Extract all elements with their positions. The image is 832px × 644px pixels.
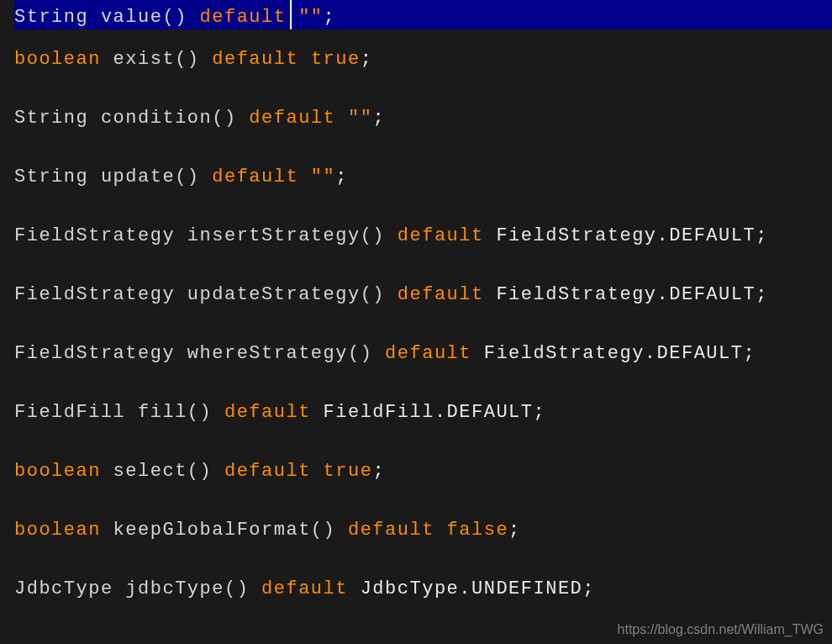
code-line[interactable]: boolean exist() default true; (14, 29, 832, 88)
code-token: true (311, 49, 361, 70)
code-token: ; (361, 49, 373, 70)
code-token: ; (372, 461, 385, 482)
code-token: default (398, 225, 497, 246)
code-line[interactable]: String update() default ""; (14, 147, 832, 206)
code-editor[interactable]: String value() default "";boolean exist(… (0, 0, 832, 644)
code-token: FieldStrategy.DEFAULT; (496, 284, 767, 305)
code-token: default (385, 343, 484, 364)
code-token: boolean (14, 520, 101, 541)
code-token: String condition() (14, 108, 249, 129)
code-token: boolean (14, 49, 101, 70)
code-token: default (249, 108, 348, 129)
code-token: default (261, 578, 361, 599)
code-token: FieldStrategy.DEFAULT; (484, 343, 756, 364)
code-token: false (447, 520, 509, 541)
code-token: keepGlobalFormat() (101, 520, 348, 541)
code-line[interactable]: FieldFill fill() default FieldFill.DEFAU… (14, 383, 832, 441)
code-token: "" (348, 108, 372, 129)
code-token: default (200, 7, 299, 28)
code-token: "" (311, 166, 335, 187)
code-token: FieldStrategy whereStrategy() (14, 343, 385, 364)
code-token: String update() (14, 166, 212, 187)
code-token: boolean (14, 461, 101, 482)
code-token: default (212, 49, 311, 70)
code-line[interactable]: FieldStrategy insertStrategy() default F… (14, 206, 832, 265)
code-token: true (324, 461, 373, 482)
code-token: default (398, 284, 497, 305)
code-token: ; (335, 166, 348, 187)
code-token: exist() (101, 49, 212, 70)
code-token: ; (324, 7, 336, 28)
code-line[interactable]: String value() default ""; (14, 0, 832, 29)
code-token: ; (372, 108, 385, 129)
code-line[interactable]: boolean keepGlobalFormat() default false… (14, 500, 832, 559)
code-token: String value() (14, 7, 200, 28)
code-token: default (348, 520, 447, 541)
code-token: FieldStrategy updateStrategy() (14, 284, 398, 305)
code-token: JdbcType.UNDEFINED; (361, 578, 595, 599)
code-line[interactable]: boolean select() default true; (14, 441, 832, 500)
code-token: FieldFill fill() (14, 402, 224, 423)
code-line[interactable]: JdbcType jdbcType() default JdbcType.UND… (14, 559, 832, 618)
code-token: default (224, 402, 324, 423)
code-token: default (224, 461, 324, 482)
code-token: FieldStrategy.DEFAULT; (496, 225, 767, 246)
code-line[interactable]: FieldStrategy whereStrategy() default Fi… (14, 324, 832, 383)
watermark: https://blog.csdn.net/William_TWG (618, 622, 824, 637)
code-token: select() (101, 461, 224, 482)
code-line[interactable]: String condition() default ""; (14, 88, 832, 147)
code-token: "" (298, 7, 323, 28)
code-token: FieldStrategy insertStrategy() (14, 225, 398, 246)
code-token: FieldFill.DEFAULT; (324, 402, 546, 423)
code-token: default (212, 166, 311, 187)
code-token: ; (508, 520, 521, 541)
code-line[interactable]: FieldStrategy updateStrategy() default F… (14, 265, 832, 324)
code-token: JdbcType jdbcType() (14, 578, 261, 599)
